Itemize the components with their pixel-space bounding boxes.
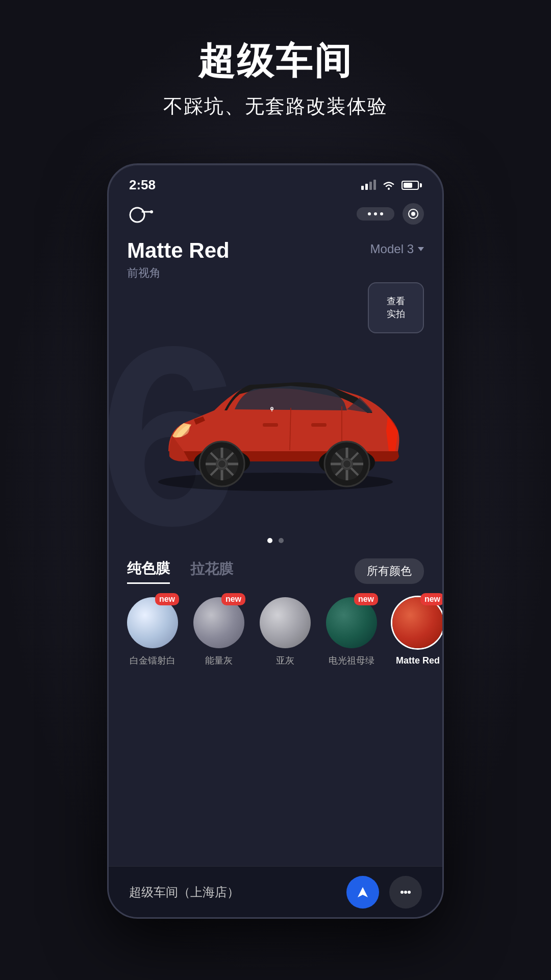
- swatch-sub-gray[interactable]: 亚灰: [260, 597, 311, 667]
- svg-point-20: [218, 460, 226, 468]
- bottom-bar: 超级车间（上海店）: [109, 866, 442, 917]
- dots-icon: [398, 885, 413, 900]
- signal-icon: [361, 181, 376, 190]
- new-badge-platinum: new: [155, 593, 179, 605]
- phone-mockup: 2:58: [107, 163, 444, 919]
- carousel-dot-1[interactable]: [267, 538, 272, 543]
- svg-point-37: [408, 891, 411, 894]
- swatch-circle-sub-gray: [260, 597, 311, 648]
- swatch-matte-red[interactable]: new Matte Red: [392, 597, 442, 667]
- model-chevron-icon: [418, 247, 424, 251]
- preview-text-line1: 查看: [387, 295, 405, 308]
- status-bar: 2:58: [109, 165, 442, 198]
- swatch-label-green: 电光祖母绿: [329, 654, 374, 667]
- new-badge-energy-gray: new: [221, 593, 245, 605]
- svg-point-0: [388, 188, 390, 190]
- more-button[interactable]: [357, 207, 394, 220]
- wifi-icon: [382, 180, 395, 190]
- color-swatches: new 白金镭射白 new 能量灰 亚灰: [109, 592, 442, 682]
- svg-point-36: [404, 891, 407, 894]
- phone-frame: 2:58: [107, 163, 444, 919]
- swatch-energy-gray[interactable]: new 能量灰: [193, 597, 244, 667]
- carousel-dot-2[interactable]: [279, 538, 284, 543]
- all-colors-button[interactable]: 所有颜色: [355, 558, 424, 584]
- new-badge-green: new: [354, 593, 378, 605]
- page-subtitle: 不踩坑、无套路改装体验: [0, 93, 551, 119]
- svg-rect-34: [311, 423, 327, 427]
- navigate-button[interactable]: [346, 876, 379, 909]
- page-header: 超级车间 不踩坑、无套路改装体验: [0, 41, 551, 119]
- swatch-platinum[interactable]: new 白金镭射白: [127, 597, 178, 667]
- car-info: Matte Red 前视角 Model 3: [109, 233, 442, 283]
- app-logo[interactable]: [127, 204, 158, 224]
- preview-thumbnail[interactable]: 查看 实拍: [368, 282, 424, 333]
- page-title: 超级车间: [0, 41, 551, 81]
- status-icons: [361, 180, 422, 190]
- shop-label[interactable]: 超级车间（上海店）: [129, 884, 239, 900]
- swatch-label-matte-red: Matte Red: [396, 654, 440, 667]
- svg-point-3: [150, 210, 153, 213]
- model-name: Model 3: [370, 242, 414, 256]
- status-time: 2:58: [129, 177, 156, 193]
- top-nav: [109, 198, 442, 233]
- swatch-label-sub-gray: 亚灰: [276, 654, 294, 667]
- swatch-green[interactable]: new 电光祖母绿: [326, 597, 377, 667]
- car-color-name: Matte Red: [127, 238, 230, 263]
- new-badge-matte-red: new: [420, 593, 442, 605]
- nav-actions: [357, 203, 424, 225]
- more-options-button[interactable]: [389, 876, 422, 909]
- battery-icon: [402, 181, 422, 190]
- swatch-label-platinum: 白金镭射白: [130, 654, 176, 667]
- car-angle: 前视角: [127, 265, 230, 281]
- record-button[interactable]: [403, 203, 424, 225]
- svg-point-35: [400, 891, 404, 894]
- swatch-label-energy-gray: 能量灰: [205, 654, 233, 667]
- car-image: [128, 329, 423, 492]
- preview-text-line2: 实拍: [387, 308, 405, 321]
- svg-rect-33: [263, 423, 278, 427]
- navigate-icon: [355, 885, 370, 900]
- model-selector[interactable]: Model 3: [370, 242, 424, 256]
- bottom-nav-icons: [346, 876, 422, 909]
- svg-point-32: [343, 460, 351, 468]
- svg-point-1: [130, 208, 144, 222]
